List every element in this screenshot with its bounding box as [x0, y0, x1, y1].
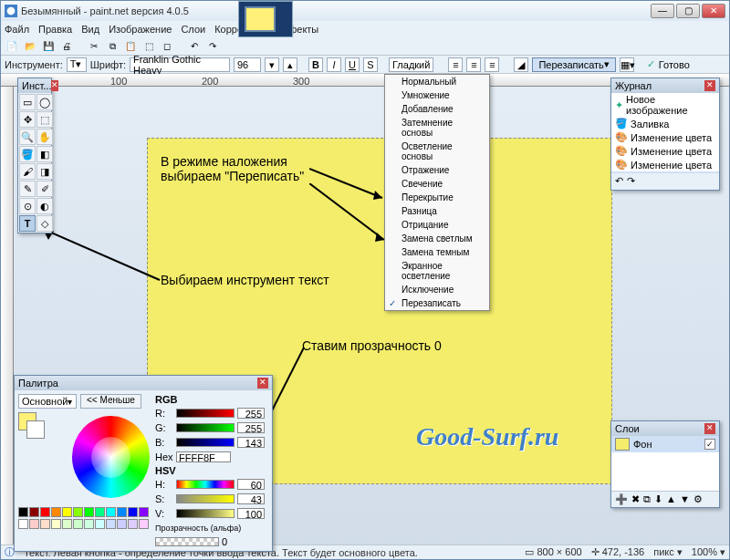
duplicate-layer-icon[interactable]: ⧉: [643, 493, 651, 505]
s-slider[interactable]: [176, 494, 235, 503]
delete-layer-icon[interactable]: ✖: [631, 493, 640, 505]
tool-shapes[interactable]: ◇: [36, 215, 53, 232]
swatch[interactable]: [51, 507, 61, 517]
status-unit-dropdown[interactable]: пикс ▾: [653, 546, 683, 558]
tool-lasso[interactable]: ◯: [36, 94, 53, 110]
history-item[interactable]: ✦Новое изображение: [611, 93, 719, 117]
smooth-dropdown[interactable]: Гладкий: [389, 57, 433, 72]
size-dropdown[interactable]: 96: [234, 57, 261, 72]
s-input[interactable]: 43: [237, 493, 265, 504]
italic-button[interactable]: I: [327, 57, 341, 72]
swatch[interactable]: [62, 519, 72, 529]
swatch[interactable]: [95, 507, 105, 517]
v-slider[interactable]: [176, 509, 235, 518]
menu-layers[interactable]: Слои: [181, 24, 205, 35]
swatch[interactable]: [106, 519, 116, 529]
layer-props-icon[interactable]: ⚙: [694, 493, 703, 505]
history-redo-icon[interactable]: ↷: [627, 175, 635, 188]
layer-up-icon[interactable]: ▲: [666, 493, 676, 505]
bold-button[interactable]: B: [308, 57, 323, 72]
history-item[interactable]: 🎨Изменение цвета: [611, 144, 719, 158]
layer-visible-checkbox[interactable]: ✓: [704, 439, 715, 450]
merge-layer-icon[interactable]: ⬇: [654, 493, 662, 505]
print-icon[interactable]: 🖨: [59, 39, 74, 54]
blend-negation[interactable]: Отрицание: [385, 218, 489, 232]
save-icon[interactable]: 💾: [41, 39, 56, 54]
tool-pan[interactable]: ✋: [36, 129, 53, 145]
blend-reflect[interactable]: Отражение: [385, 163, 489, 177]
blend-overlay[interactable]: Перекрытие: [385, 191, 489, 204]
swatch[interactable]: [40, 507, 50, 517]
blend-colorburn[interactable]: Затемнение основы: [385, 116, 489, 140]
blend-exclusion[interactable]: Исключение: [385, 283, 489, 296]
blend-multiply[interactable]: Умножение: [385, 88, 489, 102]
history-item[interactable]: 🪣Заливка: [611, 117, 719, 130]
swatch[interactable]: [95, 519, 105, 529]
alpha-input[interactable]: 0: [222, 536, 227, 547]
deselect-icon[interactable]: ◻: [160, 39, 174, 54]
primary-secondary-dropdown[interactable]: Основной ▾: [18, 394, 77, 409]
maximize-button[interactable]: ▢: [676, 4, 700, 18]
font-dropdown[interactable]: Franklin Gothic Heavy: [130, 57, 230, 72]
history-close-button[interactable]: ✕: [704, 80, 715, 91]
menu-file[interactable]: Файл: [5, 24, 29, 35]
layers-close-button[interactable]: ✕: [704, 423, 715, 434]
status-zoom-dropdown[interactable]: 100% ▾: [692, 546, 725, 558]
layer-down-icon[interactable]: ▼: [680, 493, 690, 505]
blend-colordodge[interactable]: Осветление основы: [385, 140, 489, 163]
tool-pencil[interactable]: ✎: [19, 181, 36, 197]
blend-add[interactable]: Добавление: [385, 102, 489, 116]
menu-edit[interactable]: Правка: [38, 24, 72, 35]
align-left-button[interactable]: ≡: [448, 57, 463, 72]
r-slider[interactable]: [176, 409, 235, 418]
g-slider[interactable]: [176, 423, 235, 432]
b-input[interactable]: 143: [237, 437, 265, 448]
tool-move[interactable]: ✥: [19, 111, 36, 128]
tool-zoom[interactable]: 🔍: [19, 129, 36, 145]
tool-clone[interactable]: ⊙: [19, 198, 36, 214]
swatch[interactable]: [51, 519, 61, 529]
color-wheel[interactable]: [72, 416, 150, 498]
history-undo-icon[interactable]: ↶: [615, 175, 623, 188]
g-input[interactable]: 255: [237, 422, 265, 433]
align-center-button[interactable]: ≡: [466, 57, 481, 72]
antialias-button[interactable]: ◢: [514, 57, 528, 72]
swatch[interactable]: [139, 519, 149, 529]
blend-difference[interactable]: Разница: [385, 204, 489, 218]
cut-icon[interactable]: ✂: [87, 39, 101, 54]
new-icon[interactable]: 📄: [5, 39, 19, 54]
copy-icon[interactable]: ⧉: [105, 39, 120, 54]
blend-screen[interactable]: Экранное осветление: [385, 259, 489, 283]
menu-image[interactable]: Изображение: [109, 24, 172, 35]
layer-item[interactable]: Фон ✓: [611, 436, 719, 452]
less-button[interactable]: << Меньше: [80, 394, 141, 409]
tool-text[interactable]: T: [19, 215, 36, 232]
swatch[interactable]: [106, 507, 116, 517]
swatch[interactable]: [18, 507, 28, 517]
swatch[interactable]: [117, 507, 127, 517]
menu-view[interactable]: Вид: [81, 24, 99, 35]
alpha-slider[interactable]: [155, 537, 219, 546]
swatch[interactable]: [29, 519, 39, 529]
undo-icon[interactable]: ↶: [187, 39, 202, 54]
r-input[interactable]: 255: [237, 408, 265, 419]
swatch[interactable]: [128, 519, 138, 529]
hex-input[interactable]: FFFF8F: [176, 451, 231, 462]
primary-color-swatch[interactable]: [18, 412, 36, 430]
document-thumbnail[interactable]: [245, 6, 276, 32]
size-down-button[interactable]: ▾: [265, 57, 279, 72]
strike-button[interactable]: S: [363, 57, 378, 72]
tool-dropdown[interactable]: T▾: [67, 57, 87, 72]
swatch[interactable]: [73, 507, 83, 517]
blend-mode-menu[interactable]: Нормальный Умножение Добавление Затемнен…: [384, 74, 490, 311]
h-input[interactable]: 60: [237, 479, 265, 490]
tool-recolor[interactable]: ◐: [36, 198, 53, 214]
tool-rect-select[interactable]: ▭: [19, 94, 36, 110]
b-slider[interactable]: [176, 438, 235, 447]
minimize-button[interactable]: —: [651, 4, 674, 18]
colors-close-button[interactable]: ✕: [257, 378, 268, 389]
tool-gradient[interactable]: ◧: [36, 146, 53, 162]
swatch[interactable]: [84, 519, 94, 529]
tool-move-selection[interactable]: ⬚: [36, 111, 53, 128]
crop-icon[interactable]: ⬚: [141, 39, 156, 54]
